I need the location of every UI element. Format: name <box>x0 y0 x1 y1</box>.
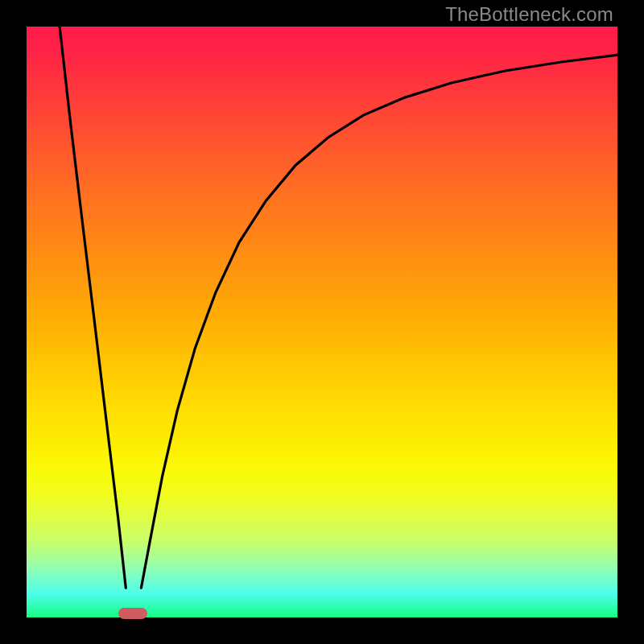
watermark-text: TheBottleneck.com <box>445 3 613 26</box>
left-descent-curve <box>60 27 126 588</box>
curve-layer <box>27 27 617 617</box>
bottleneck-marker <box>118 608 147 619</box>
outer-frame: TheBottleneck.com <box>0 0 644 644</box>
right-ascent-curve <box>141 55 617 588</box>
